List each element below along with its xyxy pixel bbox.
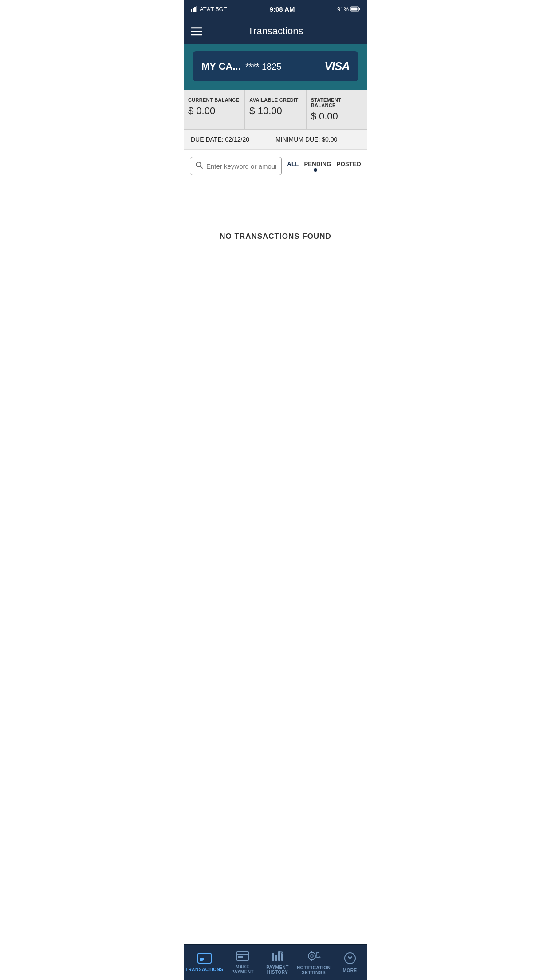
card-section: MY CA... **** 1825 VISA xyxy=(184,44,367,90)
svg-rect-0 xyxy=(191,9,192,12)
minimum-due-value: $0.00 xyxy=(322,136,337,143)
filter-pending[interactable]: PENDING xyxy=(304,161,331,167)
filter-tabs: ALL PENDING POSTED xyxy=(287,161,361,172)
search-box[interactable] xyxy=(190,157,282,175)
battery-info: 91% xyxy=(337,6,360,12)
search-filter-section: ALL PENDING POSTED xyxy=(184,150,367,179)
current-balance-label: CURRENT BALANCE xyxy=(188,97,240,103)
filter-dot-empty-1 xyxy=(323,168,326,172)
battery-percent: 91% xyxy=(337,6,349,12)
battery-icon xyxy=(350,6,360,12)
svg-rect-5 xyxy=(359,8,360,10)
available-credit-value: $ 10.00 xyxy=(249,105,301,117)
filter-posted[interactable]: POSTED xyxy=(337,161,361,167)
balance-section: CURRENT BALANCE $ 0.00 AVAILABLE CREDIT … xyxy=(184,90,367,130)
minimum-due: MINIMUM DUE: $0.00 xyxy=(276,136,360,143)
app-header: Transactions xyxy=(184,18,367,44)
due-date: DUE DATE: 02/12/20 xyxy=(191,136,276,143)
hamburger-line xyxy=(191,31,202,32)
due-date-label: DUE DATE: xyxy=(191,136,224,143)
available-credit: AVAILABLE CREDIT $ 10.00 xyxy=(245,90,306,129)
card-number: **** 1825 xyxy=(245,62,281,71)
available-credit-label: AVAILABLE CREDIT xyxy=(249,97,301,103)
network-type: 5GE xyxy=(216,6,227,12)
svg-line-8 xyxy=(201,166,203,169)
carrier-info: AT&T 5GE xyxy=(191,6,227,12)
statement-balance: STATEMENT BALANCE $ 0.00 xyxy=(307,90,367,129)
search-icon xyxy=(196,162,203,170)
menu-button[interactable] xyxy=(191,27,202,35)
statement-balance-value: $ 0.00 xyxy=(311,111,363,122)
filter-buttons: ALL PENDING POSTED xyxy=(287,161,361,167)
status-time: 9:08 AM xyxy=(270,5,295,13)
carrier-name: AT&T xyxy=(200,6,214,12)
active-filter-dot xyxy=(314,168,317,172)
statement-balance-label: STATEMENT BALANCE xyxy=(311,97,363,108)
hamburger-line xyxy=(191,34,202,35)
hamburger-line xyxy=(191,27,202,28)
current-balance-value: $ 0.00 xyxy=(188,105,240,117)
search-input[interactable] xyxy=(206,162,276,170)
page-title: Transactions xyxy=(248,25,303,37)
current-balance: CURRENT BALANCE $ 0.00 xyxy=(184,90,245,129)
due-section: DUE DATE: 02/12/20 MINIMUM DUE: $0.00 xyxy=(184,130,367,150)
visa-logo: VISA xyxy=(324,59,350,73)
signal-icon xyxy=(191,6,198,12)
svg-rect-2 xyxy=(194,7,196,12)
card-name: MY CA... xyxy=(201,61,241,72)
content-area: ALL PENDING POSTED NO TRANSACTIONS FOUND xyxy=(184,150,367,334)
empty-message: NO TRANSACTIONS FOUND xyxy=(220,232,331,241)
filter-all[interactable]: ALL xyxy=(287,161,299,167)
filter-dot-empty-2 xyxy=(331,168,335,172)
due-date-value: 02/12/20 xyxy=(225,136,250,143)
status-bar: AT&T 5GE 9:08 AM 91% xyxy=(184,0,367,18)
svg-rect-1 xyxy=(193,8,194,12)
filter-indicator xyxy=(314,168,335,172)
card-widget[interactable]: MY CA... **** 1825 VISA xyxy=(193,51,358,81)
svg-rect-3 xyxy=(196,6,197,12)
empty-state: NO TRANSACTIONS FOUND xyxy=(184,179,367,294)
card-info: MY CA... **** 1825 xyxy=(201,61,281,72)
svg-rect-6 xyxy=(351,8,358,11)
minimum-due-label: MINIMUM DUE: xyxy=(276,136,320,143)
